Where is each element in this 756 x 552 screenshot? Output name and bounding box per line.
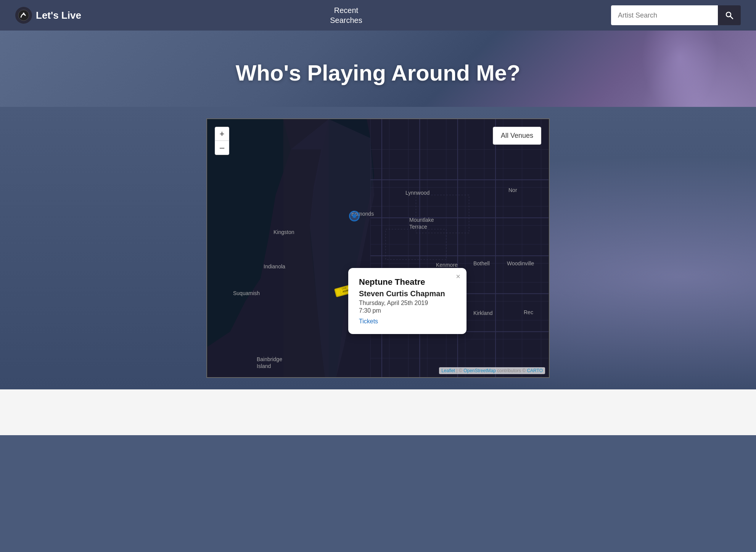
user-location-dot	[349, 211, 360, 221]
search-area	[611, 5, 741, 25]
svg-point-0	[18, 10, 29, 21]
map-attribution: Leaflet | © OpenStreetMap contributors ©…	[439, 367, 545, 374]
logo-icon	[15, 7, 32, 24]
recent-searches-label: Recent Searches	[330, 6, 362, 24]
osm-link[interactable]: OpenStreetMap	[463, 368, 496, 373]
recent-searches-nav[interactable]: Recent Searches	[330, 5, 362, 25]
bottom-section	[0, 389, 756, 435]
popup-tickets-link[interactable]: Tickets	[359, 318, 378, 324]
popup-date: Thursday, April 25th 2019	[359, 300, 456, 307]
popup-venue-name: Neptune Theatre	[359, 277, 456, 287]
map-container[interactable]: Lynnwood Edmonds MountlakeTerrace Kingst…	[206, 118, 550, 378]
map-background	[207, 119, 549, 377]
header: Let's Live Recent Searches	[0, 0, 756, 31]
svg-point-1	[23, 13, 24, 14]
search-button[interactable]	[718, 5, 741, 25]
attribution-separator1: | ©	[457, 368, 464, 373]
popup-artist-name: Steven Curtis Chapman	[359, 289, 456, 298]
zoom-out-button[interactable]: –	[215, 141, 229, 155]
logo[interactable]: Let's Live	[15, 7, 81, 24]
logo-text: Let's Live	[36, 10, 81, 21]
hero-section: Who's Playing Around Me?	[0, 31, 756, 107]
hero-title: Who's Playing Around Me?	[236, 60, 520, 86]
venue-popup: × Neptune Theatre Steven Curtis Chapman …	[348, 268, 466, 334]
search-icon	[725, 11, 734, 20]
all-venues-button[interactable]: All Venues	[493, 127, 541, 145]
popup-close-button[interactable]: ×	[456, 273, 460, 280]
map-section: Lynnwood Edmonds MountlakeTerrace Kingst…	[0, 107, 756, 389]
svg-line-3	[730, 16, 733, 19]
popup-time: 7:30 pm	[359, 307, 456, 314]
attribution-separator2: contributors ©	[497, 368, 527, 373]
zoom-in-button[interactable]: +	[215, 127, 229, 141]
carto-link[interactable]: CARTO	[527, 368, 543, 373]
zoom-controls: + –	[215, 127, 229, 155]
leaflet-link[interactable]: Leaflet	[441, 368, 455, 373]
artist-search-input[interactable]	[611, 5, 718, 25]
